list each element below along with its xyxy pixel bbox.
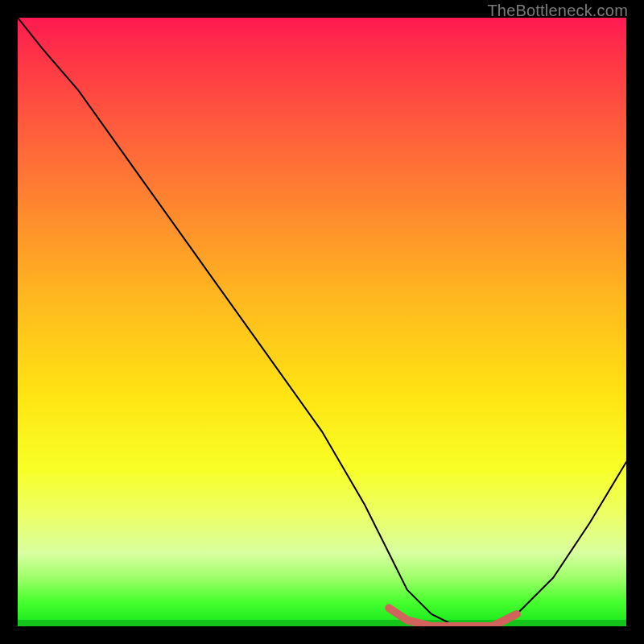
plot-area <box>18 18 626 626</box>
chart-svg <box>18 18 626 626</box>
chart-stage: TheBottleneck.com <box>0 0 644 644</box>
watermark-label: TheBottleneck.com <box>487 2 628 20</box>
optimal-segment <box>389 608 517 626</box>
bottleneck-curve <box>18 18 626 626</box>
